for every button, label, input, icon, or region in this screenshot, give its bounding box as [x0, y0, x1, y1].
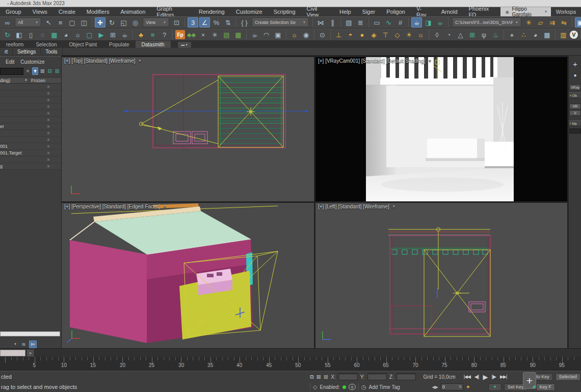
menu-item-customize[interactable]: Customize — [230, 7, 268, 16]
frozen-icon[interactable]: ✳ — [41, 144, 56, 149]
explorer-row[interactable]: ✳ — [0, 130, 61, 137]
category-dropdown[interactable]: VRay — [569, 84, 581, 90]
vray-logo-icon[interactable]: V — [570, 31, 578, 39]
dots-cluster-icon[interactable]: ∴ — [518, 30, 529, 40]
vray-object-button-2[interactable]: V — [569, 110, 581, 116]
rectangular-selection-region-icon[interactable]: ▢ — [67, 17, 77, 28]
document-lines-icon[interactable]: ≡ — [147, 30, 158, 40]
shapes-overlap-icon[interactable]: ▩ — [542, 30, 552, 40]
camera-viewport-canvas[interactable] — [315, 57, 567, 201]
create-tab-icon[interactable]: + — [569, 60, 581, 68]
ribbon-tab-reeform[interactable]: reeform — [0, 41, 30, 48]
image-browser-icon[interactable]: ◧ — [14, 30, 24, 40]
menu-item-v-ray[interactable]: V-Ray — [411, 7, 436, 16]
menu-item-scripting[interactable]: Scripting — [268, 7, 301, 16]
play-button[interactable]: ▶ — [481, 373, 489, 381]
tree-document-icon[interactable]: ▯ — [25, 30, 36, 40]
object-type-rollout[interactable]: ▾ Ob — [569, 92, 581, 98]
use-pivot-center-icon[interactable]: ⊡ — [171, 17, 182, 28]
key-filters-button[interactable]: Key F — [536, 383, 556, 391]
quad-viewport-icon[interactable]: ⊞ — [108, 30, 118, 40]
add-time-tag-label[interactable]: Add Time Tag — [369, 384, 400, 390]
help-circle-icon[interactable]: ? — [159, 30, 170, 40]
go-to-end-button[interactable]: ▶▶| — [498, 374, 508, 380]
frame-step-arrows[interactable]: ◀▶ — [432, 385, 438, 389]
wrench-icon[interactable]: ✳ — [209, 30, 220, 40]
display-dropdown-button[interactable]: ▾ — [12, 341, 18, 348]
window-crossing-icon[interactable]: ◫ — [78, 17, 89, 28]
ribbon-tab-populate[interactable]: Populate — [103, 41, 135, 48]
explorer-row[interactable]: g✳ — [0, 163, 61, 170]
frozen-icon[interactable]: ✳ — [41, 151, 56, 155]
viewport-filter-icon[interactable]: ▼ — [392, 204, 396, 209]
add-key-plus-button[interactable]: + — [523, 372, 536, 389]
grid-panel-icon[interactable]: ▦ — [233, 30, 244, 40]
vray-light-sphere-icon[interactable]: ● — [357, 30, 367, 40]
explorer-row[interactable]: er✳ — [0, 123, 61, 130]
layer-explorer-icon[interactable]: ≣ — [355, 17, 366, 28]
vray-sky-icon[interactable]: ☼ — [415, 30, 426, 40]
render-setup-icon[interactable]: ☕ — [411, 17, 422, 28]
menu-item-help[interactable]: Help — [334, 7, 357, 16]
select-and-move-icon[interactable]: ✚ — [95, 17, 105, 28]
left-viewport-canvas[interactable] — [315, 203, 567, 348]
select-and-rotate-icon[interactable]: ↻ — [107, 17, 117, 28]
vray-light-plane-icon[interactable]: ⊥ — [333, 30, 344, 40]
explorer-search-input[interactable] — [0, 68, 23, 75]
mute-count-badge[interactable]: 0 — [349, 384, 356, 390]
frozen-icon[interactable]: ✳ — [41, 118, 56, 122]
frozen-icon[interactable]: ✳ — [41, 131, 56, 136]
y-coordinate-field[interactable] — [367, 373, 387, 380]
material-palette-icon[interactable]: ◕ — [530, 30, 541, 40]
frozen-icon[interactable]: ✳ — [41, 104, 56, 109]
x-coordinate-field[interactable] — [338, 373, 358, 380]
explorer-horizontal-scrollbar[interactable] — [0, 331, 60, 336]
select-and-link-icon[interactable]: ∞ — [2, 17, 13, 28]
menu-item-phoenix-fd[interactable]: Phoenix FD — [463, 7, 500, 16]
explorer-menu-edit[interactable]: Edit — [3, 59, 17, 65]
explorer-row[interactable]: ✳ — [0, 103, 61, 110]
isolate-selection-icon[interactable]: ⧉ — [310, 374, 314, 380]
previous-frame-button[interactable]: ◀|| — [473, 374, 481, 380]
filter-funnel-icon[interactable]: ▼ — [32, 67, 38, 75]
explorer-row[interactable]: ✳ — [0, 137, 61, 143]
menu-item-views[interactable]: Views — [27, 7, 53, 16]
vray-object-button-1[interactable]: VR — [569, 103, 581, 109]
viewport-filter-icon[interactable]: ▼ — [428, 59, 432, 63]
explorer-row[interactable]: ✳ — [0, 90, 61, 97]
viewport-left[interactable]: [+] [Left] [Standard] [Wireframe] ▼ — [315, 203, 567, 348]
ribbon-tab-selection[interactable]: Selection — [30, 41, 63, 48]
refresh-view-icon[interactable]: ↻ — [2, 30, 13, 40]
menu-item-poligon[interactable]: Poligon — [381, 7, 411, 16]
object-name-input[interactable] — [569, 128, 581, 134]
list-checker-icon[interactable]: ▤ — [221, 30, 232, 40]
vray-sun-icon[interactable]: ☀ — [404, 30, 414, 40]
render-box-icon[interactable]: ▣ — [273, 30, 283, 40]
ribbon-tab-datasmith[interactable]: Datasmith — [136, 41, 171, 48]
explorer-row[interactable]: ✳ — [0, 117, 61, 123]
explorer-row[interactable]: 001.Target✳ — [0, 150, 61, 156]
selection-lock-icon[interactable]: ⊠ — [316, 374, 321, 380]
frozen-icon[interactable]: ✳ — [41, 124, 56, 129]
align-icon[interactable]: ∥ — [327, 17, 338, 28]
name-color-rollout[interactable]: ▾ Na — [569, 120, 581, 126]
name-column-header[interactable]: ding) — [0, 78, 10, 83]
menu-item-rendering[interactable]: Rendering — [193, 7, 230, 16]
top-viewport-canvas[interactable] — [62, 57, 314, 201]
menu-item-arnold[interactable]: Arnold — [436, 7, 463, 16]
curve-editor-icon[interactable]: ∿ — [383, 17, 394, 28]
frozen-icon[interactable]: ✳ — [41, 98, 56, 102]
explorer-row[interactable]: ✳ — [0, 110, 61, 117]
selection-filter-dropdown[interactable]: All▼ — [15, 18, 41, 27]
select-object-icon[interactable]: ↖ — [43, 17, 54, 28]
ribbon-overflow-button[interactable]: ▬ ▾ — [178, 42, 191, 48]
reference-coordinate-dropdown[interactable]: View▼ — [143, 18, 169, 27]
frozen-icon[interactable]: ✳ — [41, 111, 56, 116]
layer-stack-icon[interactable]: ▩ — [49, 30, 60, 40]
ribbon-subtab-settings[interactable]: Settings — [13, 48, 41, 56]
vray-light-disc-icon[interactable]: ⊤ — [380, 30, 391, 40]
menu-item-siger[interactable]: Siger — [357, 7, 381, 16]
schematic-view-icon[interactable]: # — [395, 17, 406, 28]
percent-snap-icon[interactable]: % — [211, 17, 222, 28]
open-project-folder-icon[interactable]: ▱ — [535, 17, 546, 28]
